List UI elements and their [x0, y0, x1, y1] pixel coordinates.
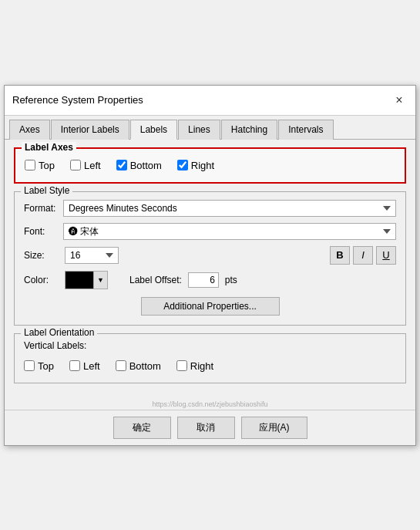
- content-area: Label Axes Top Left Bottom Right: [5, 140, 415, 399]
- checkbox-left[interactable]: [70, 160, 81, 170]
- underline-button[interactable]: U: [376, 246, 396, 265]
- orient-checkbox-right-label[interactable]: Right: [176, 360, 213, 372]
- offset-label: Label Offset:: [129, 275, 182, 285]
- tab-axes[interactable]: Axes: [9, 120, 50, 140]
- offset-input[interactable]: [188, 272, 219, 288]
- orient-checkbox-left-text: Left: [83, 360, 100, 372]
- tab-intervals[interactable]: Intervals: [278, 120, 333, 140]
- font-style-buttons: B I U: [330, 246, 396, 265]
- orient-checkbox-bottom-text: Bottom: [129, 360, 161, 372]
- checkbox-bottom[interactable]: [116, 160, 127, 170]
- checkbox-bottom-label[interactable]: Bottom: [116, 160, 162, 171]
- title-bar: Reference System Properties ×: [5, 86, 415, 116]
- label-orientation-group: Label Orientation Vertical Labels: Top L…: [14, 333, 406, 383]
- orient-checkbox-top[interactable]: [24, 360, 35, 371]
- format-select[interactable]: Degrees Minutes Seconds: [63, 200, 396, 217]
- footer-bar: 确定 取消 应用(A): [5, 410, 415, 445]
- checkbox-left-label[interactable]: Left: [70, 160, 101, 171]
- checkbox-top[interactable]: [25, 160, 35, 170]
- orient-checkbox-right[interactable]: [176, 360, 187, 371]
- label-axes-group: Label Axes Top Left Bottom Right: [14, 147, 406, 184]
- checkbox-top-text: Top: [39, 160, 55, 171]
- color-dropdown-button[interactable]: ▼: [93, 272, 107, 289]
- orient-checkbox-left-label[interactable]: Left: [69, 360, 100, 372]
- orient-checkbox-left[interactable]: [69, 360, 80, 371]
- orient-checkbox-top-label[interactable]: Top: [24, 360, 54, 372]
- checkbox-top-label[interactable]: Top: [25, 160, 55, 171]
- color-swatch: [66, 272, 93, 289]
- font-select[interactable]: 🅐 宋体: [63, 223, 396, 240]
- size-row: Size: 16 B I U: [24, 246, 396, 265]
- window-title: Reference System Properties: [12, 94, 143, 106]
- cancel-button[interactable]: 取消: [177, 417, 235, 439]
- checkbox-right-label[interactable]: Right: [177, 160, 214, 171]
- watermark: https://blog.csdn.net/zjebushbiaoshifu: [5, 399, 415, 410]
- pts-label: pts: [225, 275, 237, 285]
- format-label: Format:: [24, 203, 59, 214]
- additional-properties-button[interactable]: Additional Properties...: [141, 297, 280, 316]
- tab-labels[interactable]: Labels: [130, 120, 177, 140]
- apply-button[interactable]: 应用(A): [241, 417, 307, 439]
- label-style-group: Label Style Format: Degrees Minutes Seco…: [14, 191, 406, 326]
- label-axes-row: Top Left Bottom Right: [25, 155, 395, 173]
- close-button[interactable]: ×: [391, 92, 408, 109]
- orient-checkbox-top-text: Top: [38, 360, 54, 372]
- font-row: Font: 🅐 宋体: [24, 223, 396, 240]
- italic-button[interactable]: I: [353, 246, 373, 265]
- checkbox-right[interactable]: [177, 160, 188, 170]
- size-label: Size:: [24, 250, 59, 261]
- orient-checkbox-right-text: Right: [190, 360, 213, 372]
- label-axes-title: Label Axes: [22, 142, 76, 153]
- orientation-checkbox-row: Top Left Bottom Right: [24, 356, 396, 373]
- format-row: Format: Degrees Minutes Seconds: [24, 200, 396, 217]
- orient-checkbox-bottom-label[interactable]: Bottom: [116, 360, 161, 372]
- orient-checkbox-bottom[interactable]: [116, 360, 126, 371]
- checkbox-bottom-text: Bottom: [130, 160, 162, 171]
- font-label: Font:: [24, 226, 59, 237]
- main-window: Reference System Properties × Axes Inter…: [4, 85, 416, 446]
- bold-button[interactable]: B: [330, 246, 350, 265]
- tab-lines[interactable]: Lines: [178, 120, 220, 140]
- color-label: Color:: [24, 275, 59, 285]
- label-orientation-title: Label Orientation: [21, 327, 97, 338]
- ok-button[interactable]: 确定: [113, 417, 171, 439]
- checkbox-right-text: Right: [191, 160, 214, 171]
- color-row: Color: ▼ Label Offset: pts: [24, 271, 396, 289]
- color-swatch-wrapper[interactable]: ▼: [65, 271, 108, 289]
- size-select[interactable]: 16: [65, 247, 119, 264]
- tab-bar: Axes Interior Labels Labels Lines Hatchi…: [5, 116, 415, 140]
- vertical-labels-text: Vertical Labels:: [24, 340, 396, 351]
- tab-hatching[interactable]: Hatching: [221, 120, 277, 140]
- tab-interior-labels[interactable]: Interior Labels: [51, 120, 129, 140]
- checkbox-left-text: Left: [84, 160, 101, 171]
- label-style-title: Label Style: [21, 185, 72, 196]
